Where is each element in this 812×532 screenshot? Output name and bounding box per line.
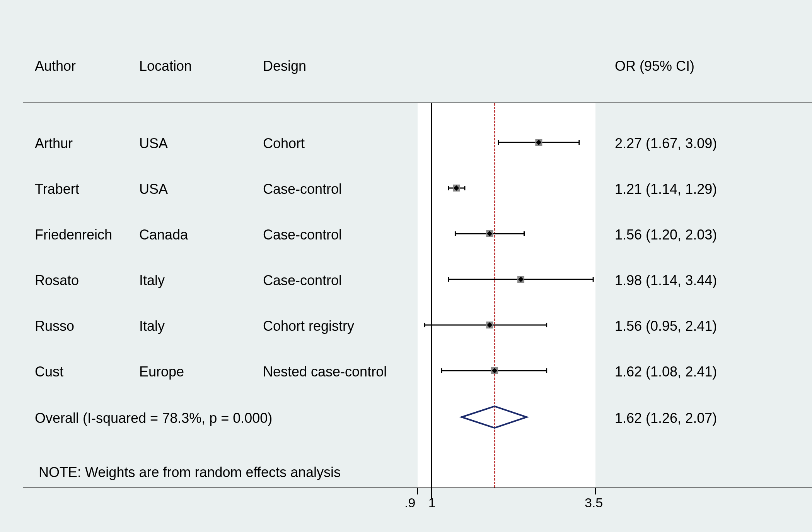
study-ci [12, 363, 812, 378]
axis-tick [431, 488, 432, 494]
col-header-author: Author [35, 58, 76, 74]
overall-diamond [12, 402, 812, 433]
rule-top [23, 103, 812, 103]
study-ci [12, 226, 812, 241]
study-ci [12, 317, 812, 333]
null-line [431, 103, 432, 499]
axis-tick-label: .9 [404, 495, 415, 510]
col-header-location: Location [139, 58, 192, 74]
axis-tick-label: 1 [428, 495, 436, 510]
forest-plot: AuthorLocationDesignOR (95% CI)ArthurUSA… [12, 12, 800, 520]
axis-tick-label: 3.5 [585, 495, 603, 510]
study-ci [12, 272, 812, 287]
svg-marker-30 [462, 406, 527, 428]
axis-tick [417, 488, 418, 494]
col-header-design: Design [263, 58, 306, 74]
study-ci [12, 135, 812, 150]
col-header-effect: OR (95% CI) [615, 58, 694, 74]
study-ci [12, 180, 812, 196]
axis-tick [595, 488, 596, 494]
weights-note: NOTE: Weights are from random effects an… [39, 464, 341, 481]
